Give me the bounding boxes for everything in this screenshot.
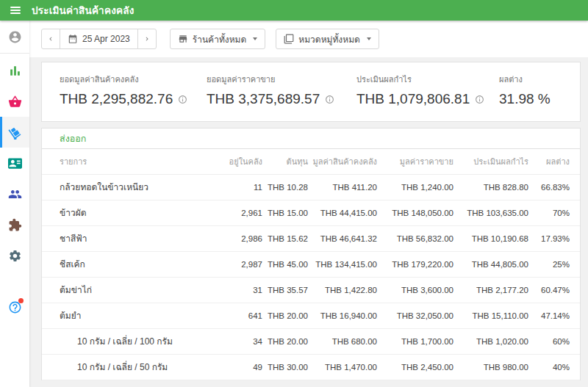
cell-cost: THB 35.57 [262, 277, 308, 303]
cell-stock: 49 [198, 354, 262, 380]
cell-inventory-value: THB 44,415.00 [308, 200, 377, 225]
next-date-button[interactable] [137, 29, 157, 49]
summary-retail-value: ยอดมูลค่าราคาขาย THB 3,375,689.57 [207, 73, 356, 121]
cell-cost: THB 10.28 [262, 174, 308, 200]
sidebar [0, 21, 29, 387]
cell-cost: THB 15.62 [262, 225, 308, 251]
cell-margin: 47.14% [528, 303, 580, 328]
cell-stock: 641 [198, 303, 262, 328]
cell-profit: THB 10,190.68 [453, 225, 528, 251]
sidebar-item-integrations[interactable] [0, 209, 29, 240]
chevron-left-icon [47, 35, 54, 43]
cell-inventory-value: THB 16,940.00 [308, 303, 377, 328]
column-header-cost: ต้นทุน [262, 149, 308, 174]
summary-value: 31.98 % [499, 91, 551, 107]
sidebar-item-inventory[interactable] [0, 117, 29, 148]
summary-margin: ผลต่าง 31.98 % [499, 73, 580, 121]
bar-chart-icon [8, 64, 22, 78]
cell-inventory-value: THB 411.20 [308, 174, 377, 200]
puzzle-icon [8, 218, 22, 232]
sidebar-item-help[interactable] [0, 292, 29, 322]
inventory-table: รายการ อยู่ในคลัง ต้นทุน มูลค่าสินค้าคงค… [42, 149, 580, 380]
cell-stock: 34 [198, 328, 262, 354]
category-filter-dropdown[interactable]: หมวดหมู่ทั้งหมด [276, 29, 379, 49]
main-content: 25 Apr 2023 ร้านค้าทั้งหมด หมวดหมู่ทั้งห… [29, 21, 588, 387]
cell-retail-value: THB 179,220.00 [377, 251, 453, 277]
cell-retail-value: THB 1,700.00 [377, 328, 453, 354]
store-icon [178, 34, 188, 44]
basket-icon [8, 95, 22, 109]
chevron-down-icon [367, 37, 371, 40]
hand-truck-icon [8, 126, 22, 140]
sidebar-item-items[interactable] [0, 86, 29, 117]
cell-cost: THB 30.00 [262, 354, 308, 380]
summary-inventory-value: ยอดมูลค่าสินค้าคงคลัง THB 2,295,882.76 [60, 73, 207, 121]
table-row[interactable]: กล้วยทอดในข้าวเหนียว 11 THB 10.28 THB 41… [42, 174, 580, 200]
cell-profit: THB 2,177.20 [453, 277, 528, 303]
sidebar-item-reports[interactable] [0, 55, 29, 86]
table-row[interactable]: ต้มข่าไก่ 31 THB 35.57 THB 1,422.80 THB … [42, 277, 580, 303]
cell-retail-value: THB 32,050.00 [377, 303, 453, 328]
table-row[interactable]: ข้าวผัด 2,961 THB 15.00 THB 44,415.00 TH… [42, 200, 580, 225]
info-icon[interactable] [475, 95, 484, 104]
cell-retail-value: THB 3,600.00 [377, 277, 453, 303]
cell-item: ต้มยำ [42, 303, 198, 328]
cell-margin: 17.93% [528, 225, 580, 251]
table-subrow[interactable]: 10 กรัม / เฉลี่ย / 100 กรัม 34 THB 20.00… [42, 328, 580, 354]
cell-inventory-value: THB 134,415.00 [308, 251, 377, 277]
column-header-stock: อยู่ในคลัง [198, 149, 262, 174]
cell-stock: 2,961 [198, 200, 262, 225]
cell-stock: 11 [198, 174, 262, 200]
table-row[interactable]: ชีสเค้ก 2,987 THB 45.00 THB 134,415.00 T… [42, 251, 580, 277]
cell-cost: THB 15.00 [262, 200, 308, 225]
table-header-row: รายการ อยู่ในคลัง ต้นทุน มูลค่าสินค้าคงค… [42, 149, 580, 174]
cell-item: 10 กรัม / เฉลี่ย / 50 กรัม [42, 354, 198, 380]
sidebar-item-employees[interactable] [0, 148, 29, 178]
date-picker-button[interactable]: 25 Apr 2023 [60, 29, 138, 49]
prev-date-button[interactable] [41, 29, 60, 49]
chevron-right-icon [143, 35, 151, 43]
cell-item: ชาสีฟ้า [42, 225, 198, 251]
info-icon[interactable] [178, 95, 187, 104]
cell-profit: THB 828.80 [453, 174, 528, 200]
cell-margin: 60% [528, 328, 580, 354]
table-row[interactable]: ชาสีฟ้า 2,986 THB 15.62 THB 46,641.32 TH… [42, 225, 580, 251]
table-row[interactable]: ต้มยำ 641 THB 20.00 THB 16,940.00 THB 32… [42, 303, 580, 328]
column-header-retail-value: มูลค่าราคาขาย [377, 149, 453, 174]
toolbar: 25 Apr 2023 ร้านค้าทั้งหมด หมวดหมู่ทั้งห… [29, 21, 588, 57]
account-icon [8, 30, 22, 44]
column-header-margin: ผลต่าง [528, 149, 580, 174]
summary-value: THB 3,375,689.57 [207, 91, 320, 107]
cell-profit: THB 980.00 [453, 354, 528, 380]
cell-margin: 40% [528, 354, 580, 380]
cell-inventory-value: THB 1,422.80 [308, 277, 377, 303]
summary-label: ผลต่าง [499, 73, 580, 86]
export-link[interactable]: ส่งออก [60, 131, 86, 146]
cell-profit: THB 44,805.00 [453, 251, 528, 277]
sidebar-item-account[interactable] [0, 21, 29, 53]
cell-stock: 2,986 [198, 225, 262, 251]
cell-item: 10 กรัม / เฉลี่ย / 100 กรัม [42, 328, 198, 354]
appbar: ประเมินค่าสินค้าคงคลัง [0, 0, 588, 21]
people-icon [8, 187, 22, 201]
cell-profit: THB 1,020.00 [453, 328, 528, 354]
inventory-table-card: ส่งออก รายการ อยู่ในคลัง ต้นทุน มูลค่าสิ… [41, 128, 581, 380]
gear-icon [8, 249, 22, 263]
table-subrow[interactable]: 10 กรัม / เฉลี่ย / 50 กรัม 49 THB 30.00 … [42, 354, 580, 380]
sidebar-item-settings[interactable] [0, 240, 29, 271]
hamburger-menu-icon[interactable] [10, 7, 21, 14]
cell-margin: 60.47% [528, 277, 580, 303]
chevron-down-icon [253, 37, 257, 40]
notification-dot [18, 298, 24, 303]
id-card-icon [8, 156, 22, 170]
cell-profit: THB 15,110.00 [453, 303, 528, 328]
cell-retail-value: THB 2,450.00 [377, 354, 453, 380]
info-icon[interactable] [325, 95, 334, 104]
cell-item: กล้วยทอดในข้าวเหนียว [42, 174, 198, 200]
column-header-potential-profit: ประเมินผลกำไร [453, 149, 528, 174]
date-navigator: 25 Apr 2023 [41, 29, 157, 49]
store-filter-dropdown[interactable]: ร้านค้าทั้งหมด [170, 29, 266, 49]
store-filter-label: ร้านค้าทั้งหมด [193, 32, 247, 46]
sidebar-item-customers[interactable] [0, 178, 29, 209]
summary-label: ยอดมูลค่าราคาขาย [207, 73, 356, 86]
